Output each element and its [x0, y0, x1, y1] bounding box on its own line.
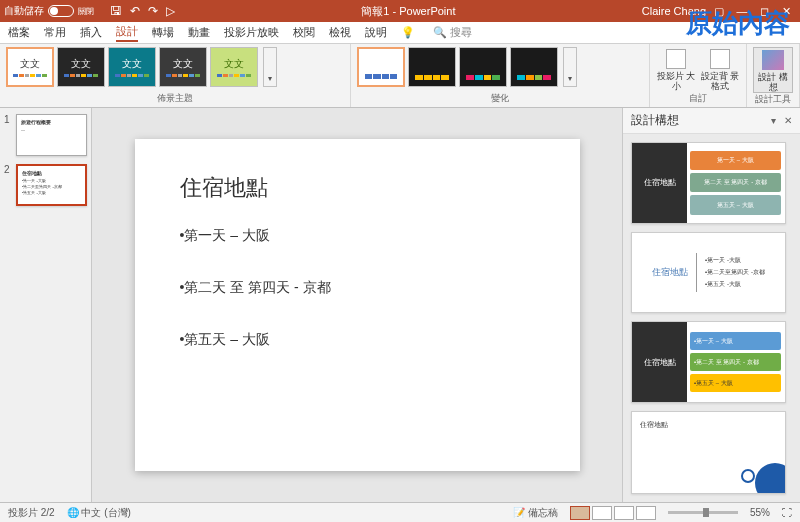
tab-transitions[interactable]: 轉場: [152, 25, 174, 40]
design-idea-3[interactable]: 住宿地點 •第一天 – 大阪•第二天 至 第四天 - 京都•第五天 – 大阪: [631, 321, 786, 403]
themes-group-label: 佈景主題: [6, 92, 344, 107]
start-from-beginning-icon[interactable]: ▷: [166, 4, 175, 18]
design-ideas-button[interactable]: 設計 構想: [753, 47, 793, 93]
variants-group-label: 變化: [357, 92, 643, 107]
variant-2[interactable]: [408, 47, 456, 87]
slide-counter[interactable]: 投影片 2/2: [8, 506, 55, 520]
slide-editor[interactable]: 住宿地點 •第一天 – 大阪 •第二天 至 第四天 - 京都 •第五天 – 大阪: [92, 108, 622, 502]
design-idea-1[interactable]: 住宿地點 第一天 – 大阪第二天 至 第四天 - 京都第五天 – 大阪: [631, 142, 786, 224]
autosave-toggle[interactable]: 自動儲存 關閉: [4, 4, 94, 18]
variant-1[interactable]: [357, 47, 405, 87]
theme-3[interactable]: 文文: [108, 47, 156, 87]
thumbnail-2[interactable]: 2 住宿地點 •第一天 -大阪 •第二天至第四天 -京都 •第五天 -大阪: [4, 164, 87, 206]
sorter-view-button[interactable]: [592, 506, 612, 520]
tell-me-icon[interactable]: 💡: [401, 26, 415, 39]
format-background-button[interactable]: 設定背 景格式: [700, 49, 740, 91]
design-tools-group-label: 設計工具: [753, 93, 793, 108]
design-idea-4[interactable]: 住宿地點: [631, 411, 786, 494]
undo-icon[interactable]: ↶: [130, 4, 140, 18]
bullet-3[interactable]: •第五天 – 大阪: [180, 331, 535, 349]
tab-review[interactable]: 校閱: [293, 25, 315, 40]
theme-4[interactable]: 文文: [159, 47, 207, 87]
customize-group-label: 自訂: [656, 92, 740, 107]
tab-view[interactable]: 檢視: [329, 25, 351, 40]
language-status[interactable]: 🌐 中文 (台灣): [67, 506, 131, 520]
design-ideas-panel: 設計構想 ▾ ✕ 住宿地點 第一天 – 大阪第二天 至 第四天 - 京都第五天 …: [622, 108, 800, 502]
fit-to-window-icon[interactable]: ⛶: [782, 507, 792, 518]
variant-3[interactable]: [459, 47, 507, 87]
menu-bar: 檔案 常用 插入 設計 轉場 動畫 投影片放映 校閱 檢視 說明 💡 🔍 搜尋: [0, 22, 800, 44]
autosave-state: 關閉: [78, 6, 94, 17]
thumbnail-1[interactable]: 1 旅遊行程概要—: [4, 114, 87, 156]
workspace: 1 旅遊行程概要— 2 住宿地點 •第一天 -大阪 •第二天至第四天 -京都 •…: [0, 108, 800, 502]
bullet-1[interactable]: •第一天 – 大阪: [180, 227, 535, 245]
design-idea-2[interactable]: 住宿地點 •第一天 -大阪•第二天至第四天 -京都•第五天 -大阪: [631, 232, 786, 314]
tab-slideshow[interactable]: 投影片放映: [224, 25, 279, 40]
save-icon[interactable]: 🖫: [110, 4, 122, 18]
zoom-slider[interactable]: [668, 511, 738, 514]
tab-help[interactable]: 說明: [365, 25, 387, 40]
redo-icon[interactable]: ↷: [148, 4, 158, 18]
tab-file[interactable]: 檔案: [8, 25, 30, 40]
theme-5[interactable]: 文文: [210, 47, 258, 87]
slide-size-button[interactable]: 投影片 大小: [656, 49, 696, 91]
autosave-label: 自動儲存: [4, 4, 44, 18]
reading-view-button[interactable]: [614, 506, 634, 520]
slide-thumbnail-panel: 1 旅遊行程概要— 2 住宿地點 •第一天 -大阪 •第二天至第四天 -京都 •…: [0, 108, 92, 502]
search-field[interactable]: 🔍 搜尋: [433, 25, 472, 40]
tab-design[interactable]: 設計: [116, 24, 138, 42]
normal-view-button[interactable]: [570, 506, 590, 520]
tab-home[interactable]: 常用: [44, 25, 66, 40]
slideshow-view-button[interactable]: [636, 506, 656, 520]
variants-more[interactable]: ▾: [563, 47, 577, 87]
tab-insert[interactable]: 插入: [80, 25, 102, 40]
slide-title[interactable]: 住宿地點: [180, 173, 535, 203]
panel-close-icon[interactable]: ✕: [784, 115, 792, 126]
panel-options-icon[interactable]: ▾: [771, 115, 776, 126]
theme-2[interactable]: 文文: [57, 47, 105, 87]
title-bar: 自動儲存 關閉 🖫 ↶ ↷ ▷ 簡報1 - PowerPoint Claire …: [0, 0, 800, 22]
current-slide[interactable]: 住宿地點 •第一天 – 大阪 •第二天 至 第四天 - 京都 •第五天 – 大阪: [135, 139, 580, 471]
bullet-2[interactable]: •第二天 至 第四天 - 京都: [180, 279, 535, 297]
variant-4[interactable]: [510, 47, 558, 87]
design-ideas-list[interactable]: 住宿地點 第一天 – 大阪第二天 至 第四天 - 京都第五天 – 大阪 住宿地點…: [623, 134, 800, 502]
design-ideas-title: 設計構想: [631, 112, 679, 129]
ribbon: 文文 文文 文文 文文 文文 ▾ 佈景主題 ▾ 變化 投影片 大小 設定背 景格…: [0, 44, 800, 108]
tab-animations[interactable]: 動畫: [188, 25, 210, 40]
theme-office[interactable]: 文文: [6, 47, 54, 87]
status-bar: 投影片 2/2 🌐 中文 (台灣) 📝 備忘稿 55% ⛶: [0, 502, 800, 522]
window-title: 簡報1 - PowerPoint: [175, 4, 642, 19]
themes-more[interactable]: ▾: [263, 47, 277, 87]
annotation-overlay: 原始內容: [686, 6, 790, 41]
notes-button[interactable]: 📝 備忘稿: [513, 506, 558, 520]
zoom-level[interactable]: 55%: [750, 507, 770, 518]
